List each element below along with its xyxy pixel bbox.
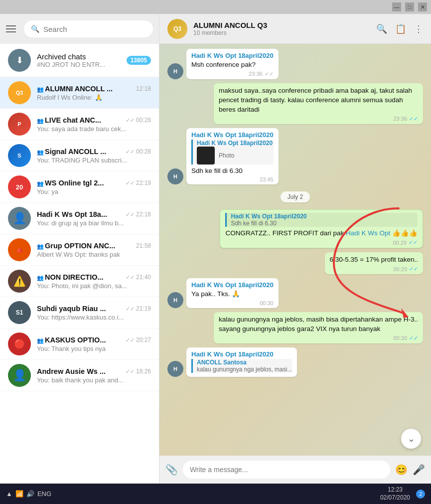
taskbar-time: 12:23 02/07/2020: [380, 486, 410, 502]
quoted-sender: Hadi K Ws Opt 18april2020: [231, 213, 418, 220]
chat-name: Hadi K Ws Opt 18a...: [37, 210, 107, 218]
chat-name: 👥NON DIRECTIO...: [37, 273, 104, 281]
app-body: 🔍 ⬇ Archived chats #NO JROT NO ENTR... 1…: [0, 14, 431, 484]
archived-info: Archived chats #NO JROT NO ENTR...: [37, 52, 121, 68]
message-bubble: maksud saya..saya conference pribadi ama…: [214, 83, 423, 124]
call-icon[interactable]: 📋: [395, 23, 406, 34]
message-input[interactable]: [190, 466, 383, 474]
chat-item[interactable]: 20 👥WS Online tgl 2... ✓✓ 22:19 You: ya: [0, 171, 159, 203]
messages-area[interactable]: H Hadi K Ws Opt 18april2020 Msh conferen…: [159, 44, 431, 456]
chat-time: ✓✓ 22:18: [126, 211, 151, 218]
quoted-text: Photo: [219, 152, 234, 159]
chat-avatar: S1: [8, 301, 31, 324]
bubble-footer: 23:36 ✓✓: [191, 71, 274, 77]
chat-item[interactable]: 👤 Andrew Ausie Ws ... ✓✓ 18:26 You: baik…: [0, 360, 159, 391]
bubble-text: maksud saya..saya conference pribadi ama…: [219, 86, 418, 115]
bubble-text: kalau gunungnya nga jeblos, masih bisa d…: [219, 315, 418, 334]
menu-icon[interactable]: [6, 23, 18, 35]
msg-avatar: H: [167, 168, 183, 184]
message-row: 6.30-5.35 = 17% profit taken.. 00:29 ✓✓: [167, 252, 423, 274]
chat-item[interactable]: P 👥LIVE chat ANC... ✓✓ 00:28 You: saya a…: [0, 109, 159, 140]
chat-list: Q3 👥ALUMNI ANCOLL ... 12:18 Rudolf I Ws …: [0, 77, 159, 484]
mic-icon[interactable]: 🎤: [413, 464, 425, 476]
message-row: H Hadi K Ws Opt 18april2020 Hadi K Ws Op…: [167, 128, 423, 185]
chat-bottom: You: TRADING PLAN subscri...: [37, 157, 151, 164]
chat-item[interactable]: 🔺 👥Grup OPTION ANC... 21:58 Albert W Ws …: [0, 234, 159, 266]
message-bubble: Hadi K Ws Opt 18april2020 Msh conference…: [186, 49, 279, 79]
chat-bottom: You: Thank you tips nya: [37, 345, 151, 352]
sidebar-header: 🔍: [0, 14, 159, 44]
emoji-icon[interactable]: 😊: [395, 464, 408, 476]
more-icon[interactable]: ⋮: [414, 23, 423, 34]
chat-bottom: Albert W Ws Opt: thanks pak: [37, 251, 151, 258]
chat-preview: You: baik thank you pak and...: [37, 376, 124, 384]
group-icon: 👥: [37, 275, 44, 281]
taskbar: ▲ 📶 🔊 ENG 12:23 02/07/2020 2: [0, 484, 431, 504]
volume-icon: 🔊: [26, 490, 34, 498]
search-chat-icon[interactable]: 🔍: [376, 23, 387, 34]
bubble-time: 00:30: [260, 300, 274, 306]
bubble-time: 00:29: [393, 240, 407, 246]
close-button[interactable]: ✕: [418, 2, 427, 11]
chat-bottom: You: saya ada trade baru cek...: [37, 125, 151, 133]
quoted-text: kalau gunungnya nga jeblos, masi...: [197, 366, 292, 373]
maximize-button[interactable]: □: [405, 2, 414, 11]
chat-item[interactable]: 👤 Hadi K Ws Opt 18a... ✓✓ 22:18 You: di …: [0, 203, 159, 234]
lang-label: ENG: [37, 490, 51, 498]
chat-main: 👥ALUMNI ANCOLL ... 12:18 Rudolf I Ws Onl…: [37, 85, 151, 101]
chat-preview: You: TRADING PLAN subscri...: [37, 157, 127, 164]
bubble-text: CONGRATZZ.. FIRST PROFIT dari pak Hadi K…: [225, 229, 418, 238]
chat-top: Hadi K Ws Opt 18a... ✓✓ 22:18: [37, 210, 151, 218]
chat-avatar: 🔺: [8, 238, 31, 261]
attach-icon[interactable]: 📎: [165, 464, 178, 476]
wifi-icon: 📶: [15, 490, 23, 498]
msg-avatar: H: [167, 361, 183, 377]
chat-preview: You: ya: [37, 188, 58, 195]
chat-main: 👥Grup OPTION ANC... 21:58 Albert W Ws Op…: [37, 242, 151, 258]
chat-avatar: Q3: [8, 81, 31, 104]
chat-preview: You: Thank you tips nya: [37, 345, 106, 352]
archived-chats-row[interactable]: ⬇ Archived chats #NO JROT NO ENTR... 138…: [0, 44, 159, 77]
message-bubble: 6.30-5.35 = 17% profit taken.. 00:29 ✓✓: [325, 252, 424, 274]
bubble-sender: Hadi K Ws Opt 18april2020: [191, 281, 274, 289]
quoted-sender: Hadi K Ws Opt 18april2020: [197, 140, 274, 147]
check-icon: ✓✓: [409, 266, 418, 272]
chat-time: ✓✓ 21:19: [126, 305, 151, 312]
message-input-box[interactable]: [183, 461, 390, 479]
scroll-down-button[interactable]: ⌄: [401, 429, 421, 449]
chat-item[interactable]: S 👥Signal ANCOLL ... ✓✓ 00:28 You: TRADI…: [0, 140, 159, 171]
bubble-text: 6.30-5.35 = 17% profit taken..: [330, 255, 419, 265]
chat-main: Suhdi yaqub Riau ... ✓✓ 21:19 You: https…: [37, 305, 151, 321]
message-row: H Hadi K Ws Opt 18april2020 ANCOLL Santo…: [167, 347, 423, 377]
chat-main: 👥LIVE chat ANC... ✓✓ 00:28 You: saya ada…: [37, 116, 151, 133]
chat-item[interactable]: 🔴 👥KASKUS OPTIO... ✓✓ 20:27 You: Thank y…: [0, 329, 159, 360]
check-icon: ✓✓: [126, 117, 135, 123]
chat-item[interactable]: S1 Suhdi yaqub Riau ... ✓✓ 21:19 You: ht…: [0, 297, 159, 329]
minimize-button[interactable]: —: [392, 2, 401, 11]
message-bubble: Hadi K Ws Opt 18april2020 Sdh ke fill di…: [220, 209, 423, 248]
chat-main: 👥Signal ANCOLL ... ✓✓ 00:28 You: TRADING…: [37, 148, 151, 164]
chat-panel: Q3 ALUMNI ANCOLL Q3 10 members 🔍 📋 ⋮ H: [159, 14, 431, 484]
chat-header-name: ALUMNI ANCOLL Q3: [193, 21, 370, 29]
chat-avatar: 👤: [8, 207, 31, 230]
bubble-footer: 00:30 ✓✓: [219, 335, 418, 341]
chat-name: Andrew Ausie Ws ...: [37, 367, 106, 375]
titlebar: — □ ✕: [0, 0, 431, 14]
chat-item[interactable]: ⚠️ 👥NON DIRECTIO... ✓✓ 21:40 You: Photo,…: [0, 266, 159, 297]
bubble-footer: 00:29 ✓✓: [225, 239, 418, 246]
chat-time: ✓✓ 21:40: [126, 274, 151, 281]
chat-bottom: You: baik thank you pak and...: [37, 376, 151, 384]
chat-preview: You: Photo, ini pak @dion, sa...: [37, 282, 127, 290]
quoted-text: Sdh ke fill di 6.30: [231, 220, 418, 227]
search-input[interactable]: [43, 25, 146, 33]
archived-badge: 13805: [127, 56, 151, 65]
chat-item[interactable]: Q3 👥ALUMNI ANCOLL ... 12:18 Rudolf I Ws …: [0, 77, 159, 109]
group-icon: 👥: [37, 86, 44, 92]
search-box[interactable]: 🔍: [24, 20, 153, 37]
chat-avatar: S: [8, 144, 31, 167]
taskbar-right: 12:23 02/07/2020 2: [380, 486, 425, 502]
chat-avatar: P: [8, 113, 31, 136]
message-bubble: Hadi K Ws Opt 18april2020 Ya pak.. Tks. …: [186, 278, 279, 308]
chat-top: 👥Signal ANCOLL ... ✓✓ 00:28: [37, 148, 151, 156]
taskbar-notification-badge[interactable]: 2: [416, 490, 425, 499]
